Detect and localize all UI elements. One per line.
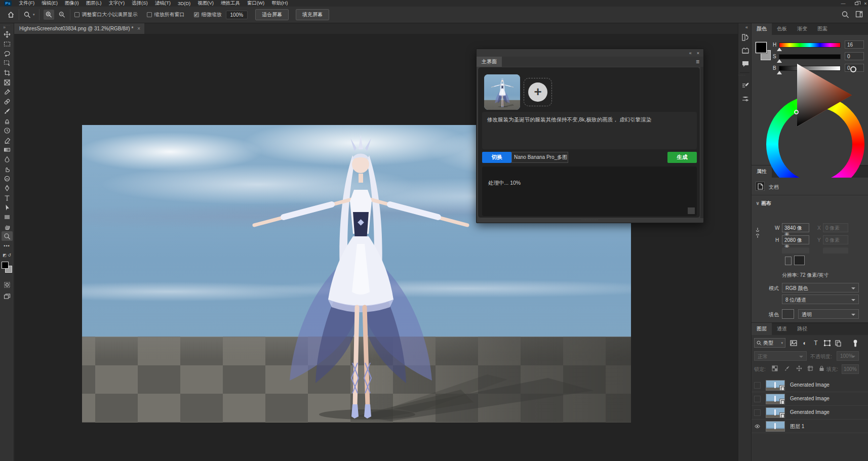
color-wheel-triangle[interactable] [777, 57, 853, 133]
layer-row[interactable]: Generated Image [752, 406, 868, 420]
filter-shape-layers-icon[interactable] [822, 339, 832, 348]
path-select-tool[interactable] [2, 202, 13, 212]
layer-name[interactable]: 图层 1 [790, 423, 804, 430]
filter-pixel-layers-icon[interactable] [789, 339, 798, 348]
bit-depth-dropdown[interactable]: 8 位/通道 [782, 295, 859, 304]
foreground-background-swatches[interactable] [2, 262, 13, 277]
brush-settings-panel-icon[interactable] [738, 79, 752, 92]
filter-type-layers-icon[interactable]: T [811, 339, 820, 348]
lock-pixels-icon[interactable] [783, 364, 791, 372]
menu-plugins[interactable]: 增效工具 [217, 0, 244, 7]
search-icon[interactable] [841, 11, 849, 19]
blend-mode-dropdown[interactable]: 正常 [754, 351, 807, 361]
model-name-field[interactable]: Nano Banana Pro_多图 [511, 152, 568, 163]
blur-tool[interactable] [2, 154, 13, 164]
plugin-panel-tab[interactable]: 主界面 [477, 57, 502, 67]
menu-help[interactable]: 帮助(H) [268, 0, 291, 7]
type-tool[interactable] [2, 193, 13, 202]
default-swap-colors-icon[interactable]: ◩ ↺ [2, 250, 13, 260]
zoom-in-button[interactable] [44, 10, 54, 20]
lock-artboard-icon[interactable] [806, 364, 814, 372]
tab-patterns[interactable]: 图案 [812, 23, 833, 35]
menu-3d[interactable]: 3D(D) [174, 1, 194, 6]
marquee-tool[interactable] [2, 39, 13, 49]
toolbar-expand-icon[interactable]: » [3, 25, 6, 30]
add-image-plus-icon[interactable]: + [528, 82, 547, 102]
hue-slider-thumb[interactable] [777, 48, 782, 51]
crop-tool[interactable] [2, 68, 13, 77]
orientation-portrait-icon[interactable] [785, 257, 792, 265]
zoom-tool-preset-icon[interactable]: ▾ [23, 11, 35, 19]
layer-fill-field[interactable]: 100% [842, 364, 859, 374]
hand-tool[interactable] [2, 222, 13, 231]
tab-gradients[interactable]: 渐变 [792, 23, 812, 35]
home-icon[interactable] [7, 11, 15, 18]
foreground-color-swatch[interactable] [2, 262, 9, 269]
hue-ring-selector[interactable] [850, 66, 856, 72]
canvas-section-header[interactable]: ∨ 画布 [756, 200, 771, 207]
workspace-switcher-icon[interactable] [855, 11, 863, 19]
restore-icon[interactable] [850, 0, 863, 7]
menu-file[interactable]: 文件(F) [15, 0, 38, 7]
layer-row[interactable]: Generated Image [752, 392, 868, 406]
tab-channels[interactable]: 通道 [772, 323, 792, 335]
shade-selector[interactable] [794, 110, 799, 114]
visibility-toggle-eye-icon[interactable] [754, 423, 761, 430]
clone-stamp-tool[interactable] [2, 116, 13, 125]
filter-adjustment-layers-icon[interactable]: ◐ [800, 339, 809, 348]
lock-transparency-icon[interactable] [771, 364, 779, 372]
dodge-tool[interactable] [2, 174, 13, 183]
switch-button[interactable]: 切换 [482, 152, 511, 163]
comments-panel-icon[interactable] [738, 57, 752, 70]
panel-foreground-swatch[interactable] [756, 42, 767, 53]
reference-image-thumbnail[interactable] [484, 74, 520, 110]
fill-screen-button[interactable]: 填充屏幕 [296, 9, 329, 20]
more-tools-button[interactable]: ••• [2, 241, 13, 250]
resize-windows-checkbox[interactable]: 调整窗口大小以满屏显示 [74, 11, 138, 18]
opacity-field[interactable]: 100% [837, 351, 859, 361]
panel-close-icon[interactable]: × [697, 51, 699, 56]
plugin-panel-titlebar[interactable]: « × [477, 49, 703, 57]
visibility-toggle[interactable] [754, 409, 761, 416]
zoom-out-button[interactable] [58, 11, 66, 18]
libraries-panel-icon[interactable] [738, 44, 752, 57]
scrubby-zoom-checkbox[interactable]: ✓ 细微缩放 [194, 11, 222, 18]
y-field[interactable]: 0 像素 [823, 235, 848, 244]
document-tab[interactable]: HighresScreenshot03834.png @ 31.2%(RGB/8… [14, 23, 144, 34]
height-field[interactable]: 2080 像素 [782, 235, 809, 244]
tab-close-icon[interactable]: × [137, 26, 140, 31]
rotate-button-left[interactable] [782, 247, 809, 254]
move-tool[interactable] [2, 29, 13, 39]
visibility-toggle[interactable] [754, 382, 761, 389]
prompt-textarea[interactable]: 修改服装为圣诞节的服装其他保持不变,8k,极致的画质， 虚幻引擎渲染 [482, 112, 697, 149]
healing-brush-tool[interactable] [2, 97, 13, 106]
layer-name[interactable]: Generated Image [790, 409, 830, 415]
screen-mode-button[interactable] [2, 291, 13, 301]
menu-layer[interactable]: 图层(L) [83, 0, 105, 7]
menu-window[interactable]: 窗口(W) [244, 0, 268, 7]
hue-value-field[interactable]: 16 [845, 40, 864, 49]
orientation-landscape-icon[interactable] [794, 256, 805, 265]
tab-swatches[interactable]: 色板 [772, 23, 792, 35]
layer-name[interactable]: Generated Image [790, 396, 830, 401]
menu-edit[interactable]: 编辑(E) [38, 0, 61, 7]
quick-mask-button[interactable] [2, 280, 13, 289]
layer-row[interactable]: 图层 1 [752, 420, 868, 433]
layer-filter-dropdown[interactable]: 类型 ▾ [754, 338, 785, 348]
dock-collapse-icon[interactable]: « [738, 23, 751, 31]
tab-paths[interactable]: 路径 [792, 323, 812, 335]
zoom-tool[interactable] [2, 231, 13, 241]
hue-slider[interactable] [779, 43, 841, 48]
color-mode-dropdown[interactable]: RGB 颜色 [782, 283, 859, 292]
fit-screen-button[interactable]: 适合屏幕 [255, 9, 289, 20]
minimize-icon[interactable]: — [837, 0, 850, 7]
lock-position-icon[interactable] [795, 364, 803, 372]
frame-tool[interactable] [2, 77, 13, 87]
link-dimensions-icon[interactable] [755, 226, 761, 239]
lasso-tool[interactable] [2, 49, 13, 58]
layer-thumbnail[interactable] [766, 407, 785, 418]
eyedropper-tool[interactable] [2, 87, 13, 97]
menu-filter[interactable]: 滤镜(T) [151, 0, 174, 7]
lock-all-icon[interactable] [817, 364, 825, 372]
panel-collapse-icon[interactable]: « [689, 51, 692, 56]
